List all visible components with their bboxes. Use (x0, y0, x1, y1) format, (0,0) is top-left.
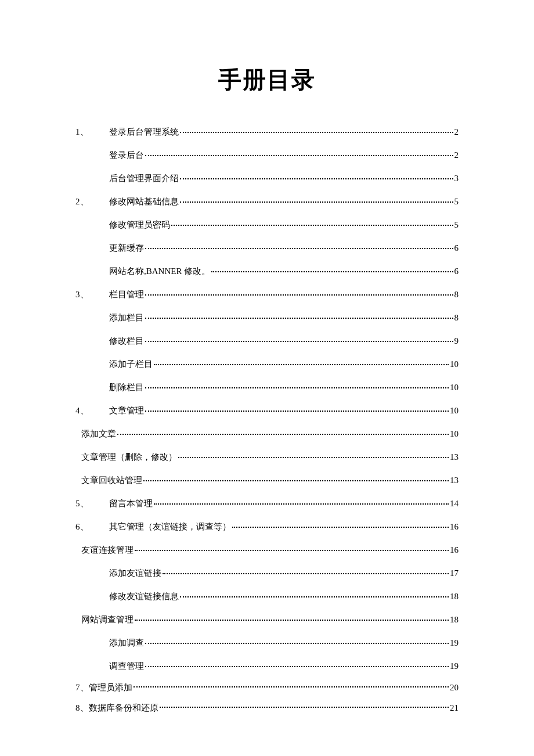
entry-label: 调查管理 (109, 654, 144, 678)
entry-page: 20 (450, 678, 459, 698)
entry-page: 8 (454, 283, 459, 306)
entry-label: 登录后台 (109, 143, 144, 167)
entry-label: 登录后台管理系统 (109, 120, 179, 143)
toc-entry[interactable]: 文章管理（删除，修改）13 (75, 445, 459, 469)
leader-dots (145, 155, 453, 156)
leader-dots (180, 596, 449, 597)
entry-label: 添加调查 (109, 631, 144, 654)
leader-dots (180, 132, 453, 133)
entry-label: 数据库备份和还原 (89, 698, 158, 718)
entry-label: 后台管理界面介绍 (109, 167, 179, 190)
toc-entry[interactable]: 网站名称,BANNER 修改。6 (75, 260, 459, 283)
entry-label: 添加子栏目 (109, 352, 153, 376)
entry-page: 10 (450, 352, 459, 376)
leader-dots (171, 225, 453, 226)
toc-entry[interactable]: 修改友谊链接信息18 (75, 585, 459, 608)
leader-dots (145, 318, 453, 319)
entry-label: 网站调查管理 (81, 608, 134, 631)
toc-entry[interactable]: 友谊连接管理16 (75, 538, 459, 561)
entry-number: 7、 (75, 678, 89, 698)
leader-dots (117, 434, 449, 435)
entry-page: 17 (450, 561, 459, 585)
toc-entry[interactable]: 6、其它管理（友谊链接，调查等）16 (75, 515, 459, 538)
leader-dots (135, 620, 449, 621)
entry-page: 5 (454, 190, 459, 213)
toc-entry[interactable]: 3、栏目管理8 (75, 283, 459, 306)
toc-entry[interactable]: 添加文章10 (75, 422, 459, 445)
entry-label: 更新缓存 (109, 236, 144, 260)
toc-entry[interactable]: 1、登录后台管理系统2 (75, 120, 459, 143)
entry-number: 6、 (75, 515, 109, 538)
leader-dots (145, 643, 449, 644)
entry-page: 2 (454, 120, 459, 143)
leader-dots (154, 364, 449, 365)
toc-entry[interactable]: 4、文章管理10 (75, 399, 459, 422)
leader-dots (178, 457, 449, 458)
entry-page: 19 (450, 654, 459, 678)
toc-entry[interactable]: 文章回收站管理13 (75, 469, 459, 492)
toc-entry[interactable]: 修改栏目9 (75, 329, 459, 352)
leader-dots (160, 707, 449, 708)
toc-entry[interactable]: 添加调查19 (75, 631, 459, 654)
toc-entry[interactable]: 网站调查管理18 (75, 608, 459, 631)
leader-dots (135, 550, 449, 551)
leader-dots (232, 527, 449, 528)
entry-label: 栏目管理 (109, 283, 144, 306)
leader-dots (180, 201, 453, 203)
entry-page: 9 (454, 329, 459, 352)
entry-page: 13 (450, 445, 459, 469)
leader-dots (163, 573, 449, 574)
entry-page: 10 (450, 422, 459, 445)
entry-label: 其它管理（友谊链接，调查等） (109, 515, 231, 538)
leader-dots (145, 666, 449, 667)
leader-dots (145, 341, 453, 342)
entry-number: 5、 (75, 492, 109, 515)
entry-label: 修改管理员密码 (109, 213, 170, 236)
entry-page: 18 (450, 585, 459, 608)
entry-label: 修改网站基础信息 (109, 190, 179, 213)
toc-entry[interactable]: 修改管理员密码5 (75, 213, 459, 236)
entry-number: 8、 (75, 698, 89, 718)
entry-page: 8 (454, 306, 459, 329)
entry-number: 1、 (75, 120, 109, 143)
page-title: 手册目录 (75, 64, 459, 96)
entry-label: 管理员添加 (89, 678, 132, 698)
toc-entry[interactable]: 后台管理界面介绍3 (75, 167, 459, 190)
entry-page: 2 (454, 143, 459, 167)
toc-entry[interactable]: 调查管理19 (75, 654, 459, 678)
toc-entry[interactable]: 2、修改网站基础信息5 (75, 190, 459, 213)
entry-label: 文章管理（删除，修改） (81, 445, 177, 469)
toc-entry[interactable]: 添加子栏目10 (75, 352, 459, 376)
leader-dots (145, 248, 453, 249)
toc-entry[interactable]: 更新缓存6 (75, 236, 459, 260)
entry-page: 3 (454, 167, 459, 190)
entry-label: 添加友谊链接 (109, 561, 161, 585)
toc-entry[interactable]: 删除栏目10 (75, 376, 459, 399)
entry-page: 13 (450, 469, 459, 492)
entry-page: 14 (450, 492, 459, 515)
entry-number: 2、 (75, 190, 109, 213)
leader-dots (145, 411, 449, 412)
toc-entry[interactable]: 添加栏目8 (75, 306, 459, 329)
entry-page: 6 (454, 260, 459, 283)
leader-dots (211, 271, 453, 272)
entry-label: 友谊连接管理 (81, 538, 134, 561)
entry-page: 16 (450, 515, 459, 538)
entry-number: 4、 (75, 399, 109, 422)
entry-page: 21 (450, 698, 459, 718)
entry-label: 删除栏目 (109, 376, 144, 399)
entry-page: 16 (450, 538, 459, 561)
entry-number: 3、 (75, 283, 109, 306)
toc-entry[interactable]: 登录后台2 (75, 143, 459, 167)
leader-dots (145, 294, 453, 296)
toc-entry[interactable]: 8、数据库备份和还原21 (75, 698, 459, 718)
entry-label: 留言本管理 (109, 492, 153, 515)
entry-page: 5 (454, 213, 459, 236)
entry-label: 添加栏目 (109, 306, 144, 329)
entry-page: 10 (450, 376, 459, 399)
entry-page: 10 (450, 399, 459, 422)
toc-entry[interactable]: 5、留言本管理14 (75, 492, 459, 515)
toc-entry[interactable]: 添加友谊链接17 (75, 561, 459, 585)
entry-label: 修改友谊链接信息 (109, 585, 179, 608)
toc-entry[interactable]: 7、管理员添加20 (75, 678, 459, 698)
